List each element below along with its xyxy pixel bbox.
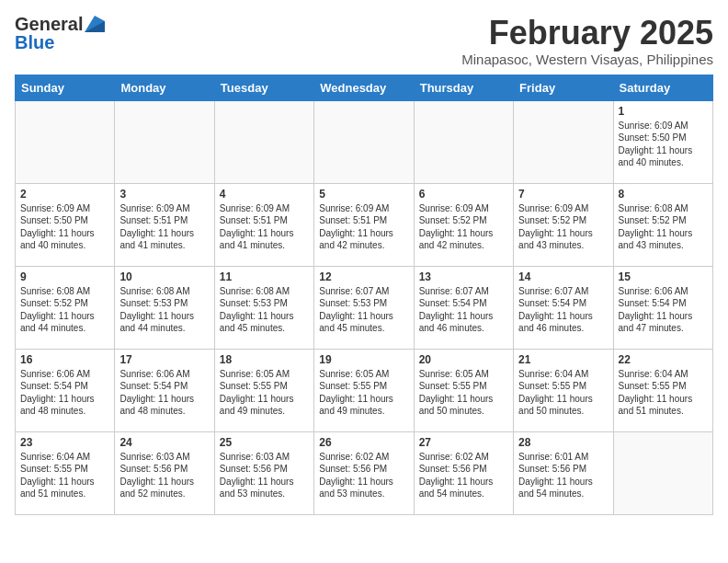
day-info: Sunrise: 6:06 AM Sunset: 5:54 PM Dayligh… xyxy=(619,285,708,335)
calendar-cell: 11Sunrise: 6:08 AM Sunset: 5:53 PM Dayli… xyxy=(214,266,313,349)
day-info: Sunrise: 6:09 AM Sunset: 5:52 PM Dayligh… xyxy=(518,202,608,252)
calendar-cell: 21Sunrise: 6:04 AM Sunset: 5:55 PM Dayli… xyxy=(514,349,613,431)
calendar-week-row: 23Sunrise: 6:04 AM Sunset: 5:55 PM Dayli… xyxy=(16,431,713,514)
calendar-cell: 23Sunrise: 6:04 AM Sunset: 5:55 PM Dayli… xyxy=(16,431,115,514)
calendar-cell: 14Sunrise: 6:07 AM Sunset: 5:54 PM Dayli… xyxy=(514,266,613,349)
calendar-cell: 17Sunrise: 6:06 AM Sunset: 5:54 PM Dayli… xyxy=(115,349,214,431)
logo-icon xyxy=(85,16,105,32)
day-number: 11 xyxy=(220,270,309,283)
day-info: Sunrise: 6:08 AM Sunset: 5:52 PM Dayligh… xyxy=(619,202,708,252)
calendar-cell: 22Sunrise: 6:04 AM Sunset: 5:55 PM Dayli… xyxy=(613,349,712,431)
calendar-cell: 16Sunrise: 6:06 AM Sunset: 5:54 PM Dayli… xyxy=(16,349,115,431)
header-thursday: Thursday xyxy=(414,75,513,100)
day-number: 14 xyxy=(518,270,608,283)
day-number: 13 xyxy=(419,270,508,283)
calendar-cell xyxy=(16,100,115,183)
calendar-subtitle: Minapasoc, Western Visayas, Philippines xyxy=(461,52,713,67)
day-number: 9 xyxy=(20,270,109,283)
day-number: 24 xyxy=(119,436,209,449)
calendar-cell: 3Sunrise: 6:09 AM Sunset: 5:51 PM Daylig… xyxy=(115,183,214,266)
day-number: 28 xyxy=(518,436,608,449)
day-number: 3 xyxy=(119,188,209,201)
calendar-cell xyxy=(613,431,712,514)
day-info: Sunrise: 6:04 AM Sunset: 5:55 PM Dayligh… xyxy=(619,368,708,418)
day-info: Sunrise: 6:03 AM Sunset: 5:56 PM Dayligh… xyxy=(220,451,309,500)
day-number: 27 xyxy=(419,436,508,449)
logo: General Blue xyxy=(15,15,105,52)
calendar-cell: 27Sunrise: 6:02 AM Sunset: 5:56 PM Dayli… xyxy=(414,431,513,514)
header-wednesday: Wednesday xyxy=(314,75,414,100)
calendar-cell xyxy=(214,100,313,183)
header-sunday: Sunday xyxy=(16,75,115,100)
day-number: 10 xyxy=(119,270,209,283)
calendar-cell: 25Sunrise: 6:03 AM Sunset: 5:56 PM Dayli… xyxy=(214,431,313,514)
day-info: Sunrise: 6:05 AM Sunset: 5:55 PM Dayligh… xyxy=(220,368,309,418)
day-number: 26 xyxy=(319,436,408,449)
day-info: Sunrise: 6:09 AM Sunset: 5:51 PM Dayligh… xyxy=(119,202,209,252)
day-info: Sunrise: 6:08 AM Sunset: 5:53 PM Dayligh… xyxy=(220,285,309,335)
header-friday: Friday xyxy=(514,75,613,100)
day-info: Sunrise: 6:04 AM Sunset: 5:55 PM Dayligh… xyxy=(20,451,109,500)
calendar-cell: 9Sunrise: 6:08 AM Sunset: 5:52 PM Daylig… xyxy=(16,266,115,349)
day-info: Sunrise: 6:09 AM Sunset: 5:51 PM Dayligh… xyxy=(220,202,309,252)
day-number: 6 xyxy=(419,188,508,201)
calendar-cell: 6Sunrise: 6:09 AM Sunset: 5:52 PM Daylig… xyxy=(414,183,513,266)
calendar-cell xyxy=(115,100,214,183)
day-info: Sunrise: 6:08 AM Sunset: 5:53 PM Dayligh… xyxy=(119,285,209,335)
calendar-cell: 7Sunrise: 6:09 AM Sunset: 5:52 PM Daylig… xyxy=(514,183,613,266)
calendar-cell: 2Sunrise: 6:09 AM Sunset: 5:50 PM Daylig… xyxy=(16,183,115,266)
logo-blue: Blue xyxy=(15,33,54,52)
day-number: 22 xyxy=(619,353,708,366)
calendar-cell xyxy=(414,100,513,183)
calendar-week-row: 2Sunrise: 6:09 AM Sunset: 5:50 PM Daylig… xyxy=(16,183,713,266)
day-number: 1 xyxy=(619,105,708,118)
day-number: 17 xyxy=(119,353,209,366)
calendar-cell: 12Sunrise: 6:07 AM Sunset: 5:53 PM Dayli… xyxy=(314,266,414,349)
day-number: 5 xyxy=(319,188,408,201)
calendar-header-row: Sunday Monday Tuesday Wednesday Thursday… xyxy=(16,75,713,100)
calendar-cell: 26Sunrise: 6:02 AM Sunset: 5:56 PM Dayli… xyxy=(314,431,414,514)
day-info: Sunrise: 6:02 AM Sunset: 5:56 PM Dayligh… xyxy=(419,451,508,500)
calendar-week-row: 16Sunrise: 6:06 AM Sunset: 5:54 PM Dayli… xyxy=(16,349,713,431)
calendar-cell: 24Sunrise: 6:03 AM Sunset: 5:56 PM Dayli… xyxy=(115,431,214,514)
day-number: 8 xyxy=(619,188,708,201)
page-header: General Blue February 2025 Minapasoc, We… xyxy=(15,15,713,67)
calendar-title: February 2025 xyxy=(461,15,713,52)
calendar-cell: 5Sunrise: 6:09 AM Sunset: 5:51 PM Daylig… xyxy=(314,183,414,266)
day-number: 23 xyxy=(20,436,109,449)
title-block: February 2025 Minapasoc, Western Visayas… xyxy=(461,15,713,67)
calendar-cell: 28Sunrise: 6:01 AM Sunset: 5:56 PM Dayli… xyxy=(514,431,613,514)
day-info: Sunrise: 6:07 AM Sunset: 5:54 PM Dayligh… xyxy=(419,285,508,335)
calendar-cell: 4Sunrise: 6:09 AM Sunset: 5:51 PM Daylig… xyxy=(214,183,313,266)
calendar-week-row: 9Sunrise: 6:08 AM Sunset: 5:52 PM Daylig… xyxy=(16,266,713,349)
day-info: Sunrise: 6:05 AM Sunset: 5:55 PM Dayligh… xyxy=(419,368,508,418)
day-number: 21 xyxy=(518,353,608,366)
day-number: 2 xyxy=(20,188,109,201)
day-info: Sunrise: 6:06 AM Sunset: 5:54 PM Dayligh… xyxy=(20,368,109,418)
calendar-cell xyxy=(314,100,414,183)
day-info: Sunrise: 6:03 AM Sunset: 5:56 PM Dayligh… xyxy=(119,451,209,500)
calendar-cell: 8Sunrise: 6:08 AM Sunset: 5:52 PM Daylig… xyxy=(613,183,712,266)
header-monday: Monday xyxy=(115,75,214,100)
header-saturday: Saturday xyxy=(613,75,712,100)
calendar-cell: 18Sunrise: 6:05 AM Sunset: 5:55 PM Dayli… xyxy=(214,349,313,431)
day-number: 18 xyxy=(220,353,309,366)
day-info: Sunrise: 6:09 AM Sunset: 5:52 PM Dayligh… xyxy=(419,202,508,252)
day-number: 19 xyxy=(319,353,408,366)
day-info: Sunrise: 6:04 AM Sunset: 5:55 PM Dayligh… xyxy=(518,368,608,418)
day-number: 4 xyxy=(220,188,309,201)
day-info: Sunrise: 6:02 AM Sunset: 5:56 PM Dayligh… xyxy=(319,451,408,500)
calendar-table: Sunday Monday Tuesday Wednesday Thursday… xyxy=(15,75,713,515)
day-info: Sunrise: 6:09 AM Sunset: 5:51 PM Dayligh… xyxy=(319,202,408,252)
calendar-cell: 13Sunrise: 6:07 AM Sunset: 5:54 PM Dayli… xyxy=(414,266,513,349)
calendar-week-row: 1Sunrise: 6:09 AM Sunset: 5:50 PM Daylig… xyxy=(16,100,713,183)
day-number: 7 xyxy=(518,188,608,201)
day-number: 20 xyxy=(419,353,508,366)
calendar-cell: 19Sunrise: 6:05 AM Sunset: 5:55 PM Dayli… xyxy=(314,349,414,431)
day-info: Sunrise: 6:07 AM Sunset: 5:54 PM Dayligh… xyxy=(518,285,608,335)
calendar-cell: 1Sunrise: 6:09 AM Sunset: 5:50 PM Daylig… xyxy=(613,100,712,183)
calendar-cell xyxy=(514,100,613,183)
logo-general: General xyxy=(15,15,83,33)
day-number: 15 xyxy=(619,270,708,283)
header-tuesday: Tuesday xyxy=(214,75,313,100)
